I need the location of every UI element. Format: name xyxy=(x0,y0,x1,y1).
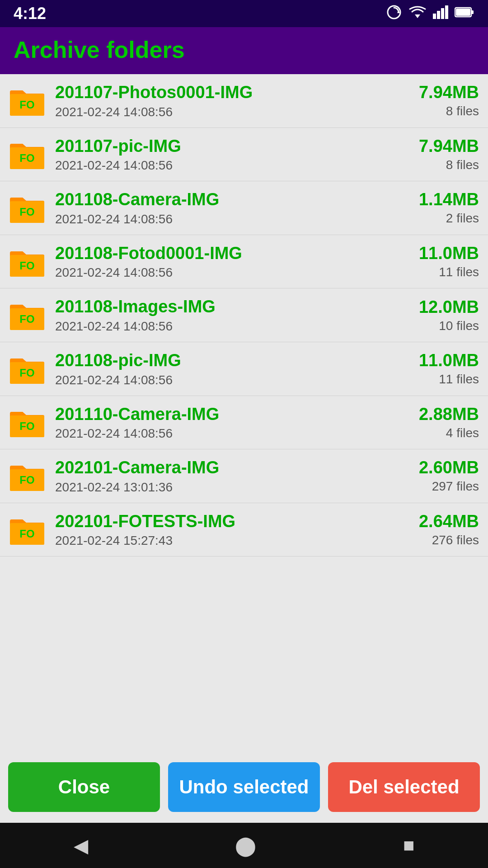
folder-icon: FO xyxy=(9,514,45,546)
folder-files: 8 files xyxy=(389,104,479,118)
folder-date: 2021-02-24 15:27:43 xyxy=(55,533,389,548)
folder-meta: 11.0MB11 files xyxy=(389,351,479,387)
folder-name: 201108-pic-IMG xyxy=(55,350,389,371)
folder-info: 201108-Fotod0001-IMG2021-02-24 14:08:56 xyxy=(55,243,389,280)
folder-item[interactable]: FO 201108-pic-IMG2021-02-24 14:08:5611.0… xyxy=(0,342,488,396)
svg-rect-9 xyxy=(456,9,470,16)
folder-item[interactable]: FO 201107-Photos0001-IMG2021-02-24 14:08… xyxy=(0,74,488,128)
folder-icon: FO xyxy=(9,299,45,331)
svg-text:FO: FO xyxy=(19,528,34,540)
svg-rect-5 xyxy=(441,8,444,19)
folder-item[interactable]: FO 201110-Camera-IMG2021-02-24 14:08:562… xyxy=(0,396,488,450)
folder-info: 201108-Images-IMG2021-02-24 14:08:56 xyxy=(55,297,389,334)
svg-marker-1 xyxy=(397,10,400,13)
folder-date: 2021-02-24 13:01:36 xyxy=(55,480,389,495)
header: Archive folders xyxy=(0,27,488,74)
folder-size: 12.0MB xyxy=(389,297,479,317)
folder-name: 201108-Images-IMG xyxy=(55,297,389,317)
folder-meta: 7.94MB8 files xyxy=(389,83,479,118)
folder-name: 201108-Camera-IMG xyxy=(55,189,389,210)
sync-icon xyxy=(386,4,402,24)
folder-list[interactable]: FO 201107-Photos0001-IMG2021-02-24 14:08… xyxy=(0,74,488,754)
folder-item[interactable]: FO 201108-Images-IMG2021-02-24 14:08:561… xyxy=(0,288,488,342)
back-button[interactable]: ◀ xyxy=(74,835,88,857)
folder-meta: 7.94MB8 files xyxy=(389,137,479,172)
svg-rect-6 xyxy=(445,5,448,19)
folder-item[interactable]: FO 201108-Camera-IMG2021-02-24 14:08:561… xyxy=(0,181,488,235)
folder-item[interactable]: FO 201108-Fotod0001-IMG2021-02-24 14:08:… xyxy=(0,235,488,289)
folder-meta: 2.60MB297 files xyxy=(389,458,479,494)
svg-text:FO: FO xyxy=(19,99,34,111)
folder-meta: 2.88MB4 files xyxy=(389,405,479,440)
folder-icon: FO xyxy=(9,192,45,224)
folder-files: 8 files xyxy=(389,158,479,172)
folder-size: 2.88MB xyxy=(389,405,479,424)
folder-item[interactable]: FO 202101-Camera-IMG2021-02-24 13:01:362… xyxy=(0,449,488,503)
folder-size: 7.94MB xyxy=(389,137,479,156)
folder-info: 202101-Camera-IMG2021-02-24 13:01:36 xyxy=(55,458,389,495)
svg-text:FO: FO xyxy=(19,206,34,218)
folder-meta: 1.14MB2 files xyxy=(389,190,479,226)
folder-info: 201110-Camera-IMG2021-02-24 14:08:56 xyxy=(55,404,389,441)
folder-files: 276 files xyxy=(389,533,479,547)
svg-text:FO: FO xyxy=(19,474,34,486)
folder-size: 11.0MB xyxy=(389,351,479,370)
folder-item[interactable]: FO 202101-FOTESTS-IMG2021-02-24 15:27:43… xyxy=(0,503,488,557)
folder-files: 4 files xyxy=(389,426,479,440)
svg-text:FO: FO xyxy=(19,367,34,379)
battery-icon xyxy=(455,6,474,21)
folder-icon: FO xyxy=(9,246,45,278)
folder-meta: 12.0MB10 files xyxy=(389,297,479,333)
folder-item[interactable]: FO 201107-pic-IMG2021-02-24 14:08:567.94… xyxy=(0,128,488,182)
folder-info: 202101-FOTESTS-IMG2021-02-24 15:27:43 xyxy=(55,511,389,548)
folder-info: 201108-pic-IMG2021-02-24 14:08:56 xyxy=(55,350,389,387)
close-button[interactable]: Close xyxy=(8,762,160,812)
folder-size: 2.60MB xyxy=(389,458,479,477)
folder-meta: 2.64MB276 files xyxy=(389,512,479,547)
folder-files: 11 files xyxy=(389,265,479,279)
folder-size: 7.94MB xyxy=(389,83,479,102)
svg-rect-3 xyxy=(433,14,436,19)
bottom-bar: Close Undo selected Del selected xyxy=(0,754,488,823)
svg-rect-8 xyxy=(471,10,474,14)
folder-files: 2 files xyxy=(389,211,479,226)
folder-files: 11 files xyxy=(389,372,479,387)
folder-date: 2021-02-24 14:08:56 xyxy=(55,105,389,119)
folder-date: 2021-02-24 14:08:56 xyxy=(55,212,389,226)
svg-marker-2 xyxy=(415,14,420,18)
folder-name: 202101-FOTESTS-IMG xyxy=(55,511,389,532)
folder-date: 2021-02-24 14:08:56 xyxy=(55,265,389,280)
folder-info: 201107-pic-IMG2021-02-24 14:08:56 xyxy=(55,136,389,173)
folder-icon: FO xyxy=(9,406,45,438)
status-bar: 4:12 xyxy=(0,0,488,27)
folder-icon: FO xyxy=(9,85,45,117)
folder-size: 11.0MB xyxy=(389,244,479,263)
undo-selected-button[interactable]: Undo selected xyxy=(168,762,320,812)
folder-icon: FO xyxy=(9,353,45,385)
folder-icon: FO xyxy=(9,460,45,492)
folder-name: 201108-Fotod0001-IMG xyxy=(55,243,389,264)
svg-rect-4 xyxy=(437,11,440,19)
folder-files: 10 files xyxy=(389,319,479,333)
folder-date: 2021-02-24 14:08:56 xyxy=(55,373,389,387)
folder-info: 201108-Camera-IMG2021-02-24 14:08:56 xyxy=(55,189,389,226)
folder-meta: 11.0MB11 files xyxy=(389,244,479,279)
status-time: 4:12 xyxy=(14,4,46,23)
folder-files: 297 files xyxy=(389,479,479,494)
folder-icon: FO xyxy=(9,138,45,170)
folder-size: 2.64MB xyxy=(389,512,479,531)
status-icons xyxy=(386,4,474,24)
folder-name: 202101-Camera-IMG xyxy=(55,458,389,478)
svg-text:FO: FO xyxy=(19,313,34,325)
svg-text:FO: FO xyxy=(19,420,34,432)
svg-text:FO: FO xyxy=(19,152,34,164)
folder-date: 2021-02-24 14:08:56 xyxy=(55,426,389,441)
home-button[interactable]: ⬤ xyxy=(235,835,256,857)
del-selected-button[interactable]: Del selected xyxy=(328,762,480,812)
svg-text:FO: FO xyxy=(19,259,34,272)
folder-size: 1.14MB xyxy=(389,190,479,209)
recent-button[interactable]: ■ xyxy=(403,835,414,856)
folder-name: 201107-pic-IMG xyxy=(55,136,389,157)
wifi-icon xyxy=(408,5,427,22)
signal-icon xyxy=(433,5,448,22)
